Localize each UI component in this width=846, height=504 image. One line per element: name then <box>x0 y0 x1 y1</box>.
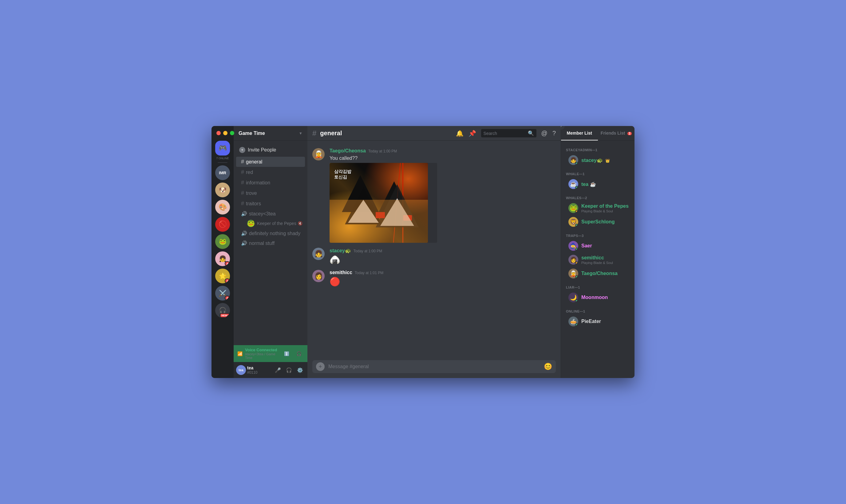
invite-people-button[interactable]: + Invite People <box>236 144 305 156</box>
member-avatar-pieeater: 🥧 <box>569 317 578 326</box>
member-name-stacey: stacey🐢 👑 <box>581 157 610 163</box>
voice-connected-info: Voice Connected stacey<3tea / Game Time <box>245 347 279 360</box>
svg-rect-7 <box>329 200 428 243</box>
msg-author-taego[interactable]: Taego/Cheonsa <box>329 148 366 154</box>
msg-text-1: You called?? <box>329 155 556 162</box>
member-superschlong[interactable]: 🦁 SuperSchlong <box>563 215 632 229</box>
main-content: # general 🔔 📌 🔍 @ ? 🧝 Taego/Cheons <box>307 126 561 378</box>
channel-general[interactable]: # general <box>236 157 305 167</box>
member-pieeater[interactable]: 🥧 PieEater <box>563 315 632 328</box>
msg-emoji-onigiri: 🍙 <box>329 255 556 265</box>
food-image: 삼각김밥토신김 <box>329 163 428 243</box>
msg-content-2: stacey🐢 Today at 1:00 PM 🍙 <box>329 248 556 265</box>
member-moonmoon[interactable]: 🌙 Moonmoon <box>563 291 632 304</box>
sidebar-content: + Invite People # general # red # inform… <box>234 141 307 345</box>
server-icon-redx[interactable]: 🚫 <box>215 217 230 232</box>
status-dot-moonmoon <box>575 299 578 302</box>
voice-connected-bar: 📶 Voice Connected stacey<3tea / Game Tim… <box>234 345 307 362</box>
search-input[interactable] <box>484 131 525 136</box>
deafen-button[interactable]: 🎧 <box>284 365 294 375</box>
crown-icon: 👑 <box>605 159 610 163</box>
member-info-tea: tea ☕ <box>581 181 596 187</box>
member-sub-semithicc: Playing Blade & Soul <box>581 261 613 265</box>
tab-member-list[interactable]: Member List <box>561 126 598 141</box>
msg-avatar-semi: 👩 <box>312 270 325 282</box>
server-icon-char[interactable]: ⚔️ 2 <box>215 286 230 301</box>
member-name-pieeater: PieEater <box>581 319 601 324</box>
channel-trove[interactable]: # trove <box>236 188 305 198</box>
invite-people-label: Invite People <box>248 147 276 153</box>
member-saer[interactable]: 🧙 Saer <box>563 239 632 253</box>
member-avatar-keeper: 🐸 <box>569 203 578 213</box>
member-stacey[interactable]: 👧 stacey🐢 👑 <box>563 154 632 167</box>
member-taego[interactable]: 🧝 Taego/Cheonsa <box>563 267 632 280</box>
msg-author-semithicc[interactable]: semithicc <box>329 270 352 275</box>
food-svg <box>329 163 428 243</box>
server-icon-pepe[interactable]: 🐸 <box>215 234 230 249</box>
member-keeper[interactable]: 🐸 Keeper of the Pepes Playing Blade & So… <box>563 201 632 215</box>
server-icon-girl[interactable]: 👧 4 <box>215 251 230 266</box>
channel-information[interactable]: # information <box>236 178 305 188</box>
msg-avatar-stacey: 👧 <box>312 248 325 260</box>
member-list-content: STACEYADMIN—1 👧 stacey🐢 👑 WHALE—1 ☕ <box>561 141 634 378</box>
help-button[interactable]: ? <box>553 130 556 137</box>
mention-button[interactable]: @ <box>541 130 547 137</box>
minimize-button[interactable] <box>223 131 228 135</box>
member-info-moonmoon: Moonmoon <box>581 295 608 300</box>
server-icon-dog[interactable]: 🐶 <box>215 182 230 197</box>
status-dot-pieeater <box>575 323 578 326</box>
message-input[interactable] <box>328 360 540 373</box>
channel-red[interactable]: # red <box>236 167 305 177</box>
hash-icon: # <box>241 190 244 196</box>
pin-icon[interactable]: 📌 <box>468 130 476 137</box>
member-tea[interactable]: ☕ tea ☕ <box>563 177 632 191</box>
hash-icon: # <box>241 159 244 165</box>
category-whale: WHALE—1 <box>561 167 634 177</box>
close-button[interactable] <box>216 131 221 135</box>
channel-traitors[interactable]: # traitors <box>236 199 305 209</box>
member-semithicc[interactable]: 👩 semithicc Playing Blade & Soul <box>563 253 632 267</box>
voice-channel-header-normal[interactable]: 🔊 normal stuff <box>236 238 305 248</box>
member-avatar-moonmoon: 🌙 <box>569 292 578 302</box>
status-dot-tea <box>575 186 578 189</box>
voice-channel-header-shady[interactable]: 🔊 definitely nothing shady <box>236 229 305 238</box>
user-discriminator: #0110 <box>247 370 272 375</box>
server-icon-yellow[interactable]: 🌟 1 <box>215 269 230 283</box>
emoji-button[interactable]: 😊 <box>544 363 552 371</box>
server-icon-anime[interactable]: 🎨 <box>215 200 230 215</box>
status-dot-superschlong <box>575 224 578 227</box>
notification-bell-icon[interactable]: 🔔 <box>456 130 464 137</box>
category-whales2: WHALES—2 <box>561 191 634 201</box>
member-name-tea: tea ☕ <box>581 181 596 187</box>
maximize-button[interactable] <box>230 131 234 135</box>
settings-button[interactable]: ⚙️ <box>295 365 305 375</box>
speaker-icon-3: 🔊 <box>241 240 247 246</box>
voice-connected-location: stacey<3tea / Game Time <box>245 352 279 360</box>
msg-header-3: semithicc Today at 1:01 PM <box>329 270 556 275</box>
messages-area: 🧝 Taego/Cheonsa Today at 1:00 PM You cal… <box>307 141 561 360</box>
channel-name-trove: trove <box>246 191 257 196</box>
voice-settings-button[interactable]: 🎧 <box>294 349 304 359</box>
member-avatar-stacey: 👧 <box>569 155 578 165</box>
category-staceyadmin: STACEYADMIN—1 <box>561 143 634 153</box>
server-icon-main[interactable]: 🎮 <box>215 141 230 156</box>
member-info-superschlong: SuperSchlong <box>581 219 614 224</box>
server-icon-headphone[interactable]: 🎧 NEW↓ <box>215 303 230 318</box>
mute-button[interactable]: 🎤 <box>273 365 283 375</box>
tab-friends-list[interactable]: Friends List 3 <box>598 126 635 141</box>
food-image-inner: 삼각김밥토신김 <box>329 163 428 243</box>
sidebar-header[interactable]: Game Time ▼ <box>234 126 307 141</box>
channel-name-general: general <box>246 159 262 165</box>
member-avatar-saer: 🧙 <box>569 241 578 251</box>
search-bar[interactable]: 🔍 <box>481 129 537 137</box>
speaker-icon: 🔊 <box>241 211 247 217</box>
voice-member-keeper[interactable]: 🐸 Keeper of the Pepes 🔇 <box>236 218 305 228</box>
voice-member-name-keeper: Keeper of the Pepes <box>257 221 296 226</box>
voice-info-button[interactable]: ℹ️ <box>282 349 291 359</box>
voice-channel-header-stacey[interactable]: 🔊 stacey<3tea <box>236 209 305 218</box>
msg-author-stacey[interactable]: stacey🐢 <box>329 248 351 254</box>
online-count: 7 ONLINE <box>216 157 229 160</box>
member-name-taego: Taego/Cheonsa <box>581 271 617 276</box>
add-file-button[interactable]: + <box>316 362 325 371</box>
server-icon-imr[interactable]: IMR <box>215 165 230 180</box>
